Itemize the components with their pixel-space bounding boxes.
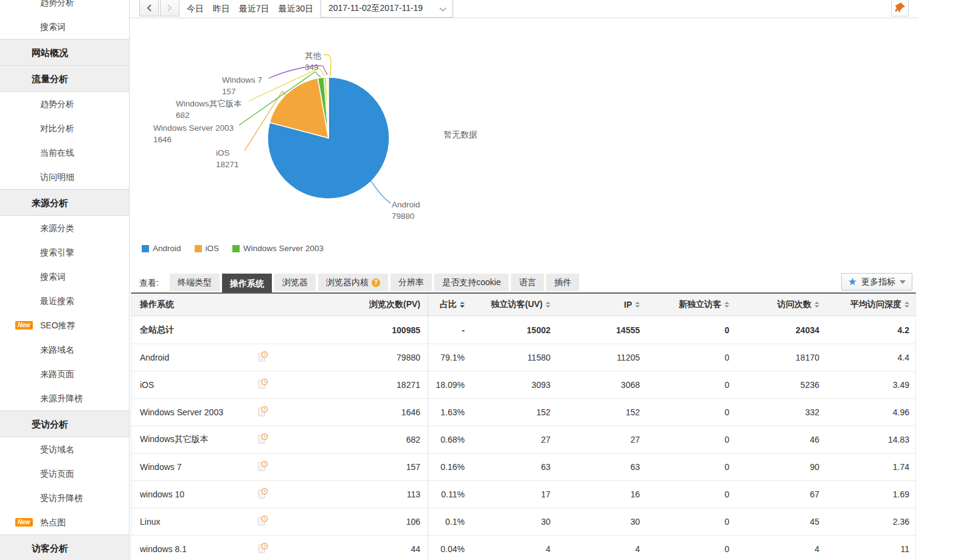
trend-history-icon[interactable] <box>258 488 268 501</box>
sidebar-item-source-ranking[interactable]: 来源升降榜 <box>0 386 129 410</box>
table-row: Android7988079.1%11580112050181704.4 <box>131 344 915 372</box>
cell-value: 0 <box>724 462 729 472</box>
legend-item-iOS[interactable]: iOS <box>195 244 220 253</box>
sidebar-item-visited-domain[interactable]: 受访域名 <box>0 437 129 461</box>
cell-value: 152 <box>626 407 640 417</box>
sort-icon[interactable] <box>635 302 640 308</box>
cell-value: 30 <box>541 517 550 527</box>
trend-history-icon[interactable] <box>258 378 268 392</box>
table-row: windows 101130.11%17160671.69 <box>131 481 915 508</box>
cell-value: 44 <box>411 544 420 554</box>
sidebar-item-visited-page[interactable]: 受访页面 <box>0 461 129 486</box>
tab-browser-core[interactable]: 浏览器内核? <box>318 274 388 291</box>
sort-icon[interactable] <box>814 302 819 308</box>
cell-os-name: Windows其它版本 <box>131 426 341 453</box>
sidebar-item-seo-recommend[interactable]: NewSEO推荐 <box>0 313 129 337</box>
quick-range-yesterday[interactable]: 昨日 <box>213 4 230 15</box>
sidebar-section-visitor-analysis[interactable]: 访客分析 <box>0 534 129 560</box>
table-cell: 2.36 <box>827 508 917 535</box>
sort-icon[interactable] <box>904 302 909 308</box>
tab-language[interactable]: 语言 <box>511 274 544 291</box>
sidebar-item-referrer-page[interactable]: 来路页面 <box>0 362 129 386</box>
column-header-uv[interactable]: 独立访客(UV) <box>472 294 558 316</box>
tab-cookie-support[interactable]: 是否支持cookie <box>434 274 509 291</box>
cell-value: 1.74 <box>893 462 909 472</box>
tab-device-type[interactable]: 终端类型 <box>170 274 220 291</box>
pie-label-value: 18271 <box>216 160 239 169</box>
table-cell: 4.2 <box>827 316 917 344</box>
cell-value: 14.83 <box>888 435 909 444</box>
table-cell: 0 <box>647 536 737 560</box>
trend-history-icon[interactable] <box>258 460 268 474</box>
pin-button[interactable] <box>891 0 909 16</box>
sort-up-arrow <box>546 302 550 304</box>
prev-period-button[interactable] <box>139 0 159 16</box>
sidebar-item-visited-ranking[interactable]: 受访升降榜 <box>0 486 129 510</box>
help-icon[interactable]: ? <box>372 278 380 287</box>
next-period-button[interactable] <box>160 0 179 16</box>
dimension-tabbar: 查看: 终端类型操作系统浏览器浏览器内核?分辨率是否支持cookie语言插件 ★… <box>130 271 918 292</box>
table-cell: 14555 <box>558 316 647 344</box>
cell-value: 67 <box>810 489 819 499</box>
sidebar-item-heatmap[interactable]: New热点图 <box>0 510 129 534</box>
legend-item-Android[interactable]: Android <box>142 244 181 253</box>
quick-range-today[interactable]: 今日 <box>187 4 204 15</box>
sort-down-arrow <box>635 305 640 308</box>
cell-value: 11205 <box>617 353 640 362</box>
sidebar-section-traffic-analysis[interactable]: 流量分析 <box>0 65 129 92</box>
sidebar-item-visit-detail[interactable]: 访问明细 <box>0 165 129 189</box>
column-header-visits[interactable]: 访问次数 <box>737 294 827 316</box>
trend-history-icon[interactable] <box>258 351 268 364</box>
trend-history-icon[interactable] <box>258 406 268 419</box>
sort-icon[interactable] <box>460 302 465 308</box>
sort-down-arrow <box>546 305 550 308</box>
tab-resolution[interactable]: 分辨率 <box>390 274 432 291</box>
sidebar-item-current-online[interactable]: 当前在线 <box>0 140 129 165</box>
sidebar-item-referrer-domain[interactable]: 来路域名 <box>0 337 129 362</box>
sidebar-item-search-words-top[interactable]: 搜索词 <box>0 15 129 39</box>
sidebar-item-compare-analysis[interactable]: 对比分析 <box>0 116 129 140</box>
tab-os[interactable]: 操作系统 <box>222 274 272 294</box>
sidebar-item-source-category[interactable]: 来源分类 <box>0 216 129 240</box>
table-cell: 24034 <box>737 316 827 344</box>
table-cell: 18271 <box>341 372 428 398</box>
column-header-ratio[interactable]: 占比 <box>428 294 472 316</box>
legend-item-Windows Server 2003[interactable]: Windows Server 2003 <box>232 244 324 253</box>
sidebar-item-search-engine[interactable]: 搜索引擎 <box>0 240 129 264</box>
column-header-new-visitor[interactable]: 新独立访客 <box>647 294 737 316</box>
quick-range-last-7-days[interactable]: 最近7日 <box>239 4 269 15</box>
column-header-ip[interactable]: IP <box>558 294 647 316</box>
trend-history-icon[interactable] <box>258 433 268 446</box>
table-cell: 18.09% <box>428 372 472 398</box>
trend-history-icon[interactable] <box>258 515 268 528</box>
column-header-avg-depth[interactable]: 平均访问深度 <box>827 294 917 316</box>
sidebar-section-site-overview[interactable]: 网站概况 <box>0 39 129 66</box>
table-cell: 0 <box>647 316 737 344</box>
sidebar-item-recent-search[interactable]: 最近搜索 <box>0 289 129 313</box>
cell-value: 0.16% <box>440 462 465 472</box>
more-metrics-label: 更多指标 <box>861 277 895 288</box>
sidebar-section-source-analysis[interactable]: 来源分析 <box>0 189 129 216</box>
sidebar-item-trend-analysis[interactable]: 趋势分析 <box>0 92 129 116</box>
trend-history-icon[interactable] <box>258 542 268 556</box>
quick-range-last-30-days[interactable]: 最近30日 <box>279 4 314 15</box>
tab-plugin[interactable]: 插件 <box>546 274 579 291</box>
sidebar-section-visited-analysis[interactable]: 受访分析 <box>0 410 129 437</box>
sort-icon[interactable] <box>546 302 550 308</box>
cell-value: 90 <box>810 462 819 472</box>
tab-browser[interactable]: 浏览器 <box>274 274 316 291</box>
more-metrics-button[interactable]: ★ 更多指标 <box>841 273 912 291</box>
sidebar-item-search-words[interactable]: 搜索词 <box>0 264 129 289</box>
cell-value: 46 <box>810 435 819 444</box>
date-range-select[interactable]: 2017-11-02至2017-11-19 <box>321 0 453 18</box>
cell-value: 0 <box>724 435 729 444</box>
sidebar-item-trend-analysis-top[interactable]: 趋势分析 <box>0 0 129 15</box>
pie-label-name: 其他 <box>305 51 322 60</box>
pie-chart-canvas[interactable]: Android79880iOS18271Windows Server 20031… <box>130 18 918 234</box>
table-cell: 0 <box>647 426 737 453</box>
cell-value: 17 <box>541 489 550 499</box>
table-cell: 30 <box>558 508 647 535</box>
sort-up-arrow <box>460 302 465 304</box>
sort-icon[interactable] <box>724 302 729 308</box>
legend-swatch <box>232 245 240 252</box>
